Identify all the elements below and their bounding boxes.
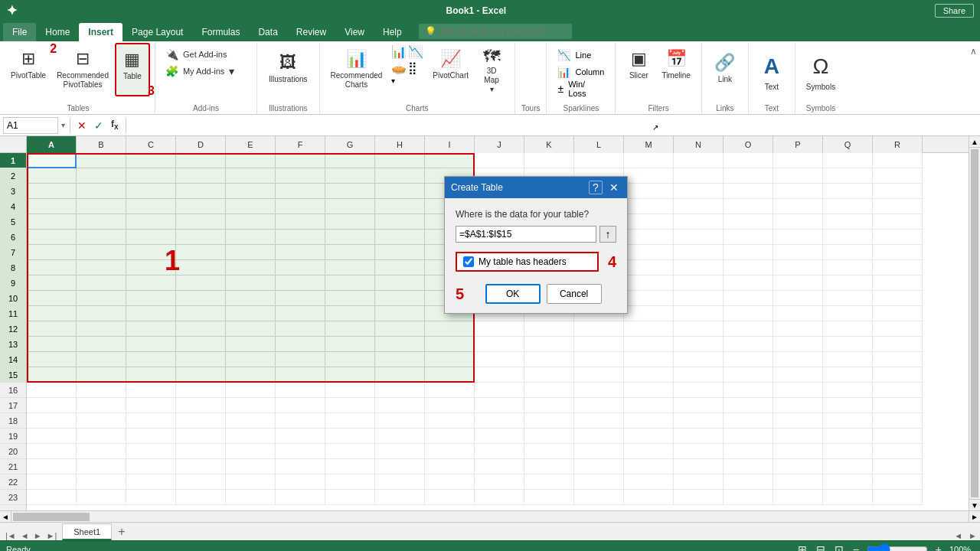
slicer-button[interactable]: ▣ Slicer <box>622 43 655 96</box>
cell-D1[interactable] <box>176 153 226 168</box>
ribbon-collapse-icon[interactable]: ∧ <box>970 46 977 57</box>
cell-B7[interactable] <box>77 245 126 260</box>
cell-D21[interactable] <box>176 459 226 474</box>
cell-B2[interactable] <box>77 168 126 184</box>
share-button[interactable]: Share <box>935 4 974 18</box>
cell-D4[interactable] <box>176 199 226 214</box>
cell-E15[interactable] <box>226 367 276 383</box>
cell-O14[interactable] <box>724 352 773 367</box>
cell-C13[interactable] <box>126 337 176 352</box>
cell-B21[interactable] <box>77 459 126 474</box>
cell-N17[interactable] <box>674 398 724 413</box>
cell-O6[interactable] <box>724 230 773 245</box>
cell-P2[interactable] <box>773 168 823 184</box>
cell-N7[interactable] <box>674 245 724 260</box>
cell-G4[interactable] <box>325 199 375 214</box>
scroll-thumb[interactable] <box>971 149 978 497</box>
cell-B20[interactable] <box>77 444 126 459</box>
cell-M15[interactable] <box>624 367 674 383</box>
cell-A5[interactable] <box>27 214 77 230</box>
cell-N10[interactable] <box>674 291 724 306</box>
horizontal-scrollbar[interactable]: ◄ ► <box>0 510 980 522</box>
create-table-dialog[interactable]: Create Table ? ✕ Where is the data for y… <box>444 176 628 314</box>
cell-E17[interactable] <box>226 398 276 413</box>
cell-R22[interactable] <box>873 474 923 490</box>
cell-A12[interactable] <box>27 321 77 337</box>
cell-N18[interactable] <box>674 413 724 429</box>
cell-R9[interactable] <box>873 276 923 291</box>
cell-B5[interactable] <box>77 214 126 230</box>
cell-O7[interactable] <box>724 245 773 260</box>
cell-L14[interactable] <box>574 352 624 367</box>
cell-J1[interactable] <box>475 153 524 168</box>
cell-N19[interactable] <box>674 429 724 444</box>
cell-D8[interactable] <box>176 260 226 276</box>
cell-D19[interactable] <box>176 429 226 444</box>
cell-C14[interactable] <box>126 352 176 367</box>
sheet-nav-prev[interactable]: ◄ <box>18 531 31 540</box>
cell-B23[interactable] <box>77 490 126 505</box>
cell-I14[interactable] <box>425 352 475 367</box>
cell-H9[interactable] <box>375 276 425 291</box>
cell-M23[interactable] <box>624 490 674 505</box>
cell-A16[interactable] <box>27 383 77 398</box>
cell-P16[interactable] <box>773 383 823 398</box>
cell-O15[interactable] <box>724 367 773 383</box>
cell-C11[interactable] <box>126 306 176 321</box>
cell-H8[interactable] <box>375 260 425 276</box>
cell-O13[interactable] <box>724 337 773 352</box>
cell-K17[interactable] <box>524 398 574 413</box>
cell-I21[interactable] <box>425 459 475 474</box>
cell-J18[interactable] <box>475 413 524 429</box>
cell-F20[interactable] <box>276 444 325 459</box>
cell-K14[interactable] <box>524 352 574 367</box>
col-header-r[interactable]: R <box>873 136 923 153</box>
col-header-l[interactable]: L <box>574 136 624 153</box>
col-header-n[interactable]: N <box>674 136 724 153</box>
cell-A1[interactable] <box>27 153 77 168</box>
cell-N15[interactable] <box>674 367 724 383</box>
cell-H10[interactable] <box>375 291 425 306</box>
page-break-view-button[interactable]: ⊡ <box>833 542 845 552</box>
cell-P1[interactable] <box>773 153 823 168</box>
cell-E21[interactable] <box>226 459 276 474</box>
cell-D12[interactable] <box>176 321 226 337</box>
cell-F6[interactable] <box>276 230 325 245</box>
cell-J22[interactable] <box>475 474 524 490</box>
cell-Q18[interactable] <box>823 413 873 429</box>
cell-J23[interactable] <box>475 490 524 505</box>
cell-B12[interactable] <box>77 321 126 337</box>
cell-C3[interactable] <box>126 184 176 199</box>
tab-data[interactable]: Data <box>249 23 286 41</box>
cell-B19[interactable] <box>77 429 126 444</box>
dialog-ok-button[interactable]: OK <box>485 284 541 304</box>
cell-F19[interactable] <box>276 429 325 444</box>
cell-G5[interactable] <box>325 214 375 230</box>
cell-H16[interactable] <box>375 383 425 398</box>
tab-help[interactable]: Help <box>374 23 411 41</box>
cell-D6[interactable] <box>176 230 226 245</box>
tab-insert[interactable]: Insert <box>79 23 122 41</box>
cell-L23[interactable] <box>574 490 624 505</box>
scroll-left-btn[interactable]: ◄ <box>0 511 11 523</box>
cell-K23[interactable] <box>524 490 574 505</box>
cell-I23[interactable] <box>425 490 475 505</box>
cell-I1[interactable] <box>425 153 475 168</box>
cell-G15[interactable] <box>325 367 375 383</box>
line-sparkline-button[interactable]: 📉 Line <box>553 47 596 63</box>
cell-Q1[interactable] <box>823 153 873 168</box>
cell-E20[interactable] <box>226 444 276 459</box>
name-box-dropdown[interactable]: ▾ <box>61 121 65 129</box>
table-button[interactable]: ▦ Table 3 <box>115 43 150 96</box>
cell-F15[interactable] <box>276 367 325 383</box>
cell-R23[interactable] <box>873 490 923 505</box>
cell-Q14[interactable] <box>823 352 873 367</box>
cell-A11[interactable] <box>27 306 77 321</box>
cell-Q16[interactable] <box>823 383 873 398</box>
cell-C19[interactable] <box>126 429 176 444</box>
cell-I18[interactable] <box>425 413 475 429</box>
cell-C2[interactable] <box>126 168 176 184</box>
cell-C5[interactable] <box>126 214 176 230</box>
cell-Q8[interactable] <box>823 260 873 276</box>
cell-G7[interactable] <box>325 245 375 260</box>
